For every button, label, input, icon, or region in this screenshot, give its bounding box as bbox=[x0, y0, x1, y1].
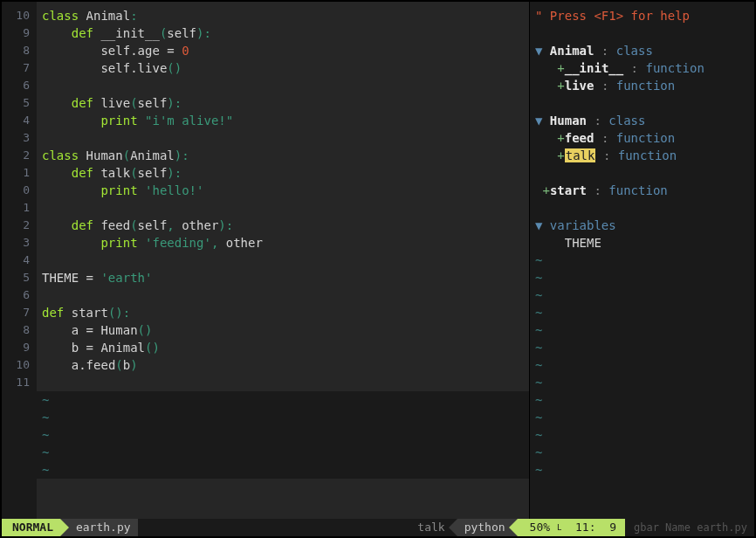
code-line[interactable]: def talk(self): bbox=[37, 164, 529, 182]
code-line[interactable]: def live(self): bbox=[37, 94, 529, 112]
fn-start[interactable]: +start : function bbox=[530, 182, 754, 199]
mode-indicator: NORMAL bbox=[2, 519, 60, 536]
empty-line-tilde: ~ bbox=[37, 426, 529, 444]
line-number: 7 bbox=[2, 304, 37, 321]
code-line[interactable] bbox=[37, 374, 529, 391]
filename-segment: earth.py bbox=[60, 519, 138, 536]
code-line[interactable] bbox=[37, 252, 529, 269]
code-line[interactable]: print 'hello!' bbox=[37, 182, 529, 199]
code-line[interactable]: self.live() bbox=[37, 59, 529, 77]
code-line[interactable]: b = Animal() bbox=[37, 339, 529, 356]
tag-segment: talk bbox=[138, 519, 457, 536]
code-line[interactable] bbox=[37, 77, 529, 94]
line-number: 1 bbox=[2, 199, 37, 217]
fn-animal-live[interactable]: +live : function bbox=[530, 77, 754, 94]
code-line[interactable]: print 'feeding', other bbox=[37, 234, 529, 252]
line-number: 6 bbox=[2, 286, 37, 304]
code-line[interactable] bbox=[37, 286, 529, 304]
line-number: 0 bbox=[2, 182, 37, 199]
help-hint: " Press <F1> for help bbox=[530, 7, 754, 24]
line-number: 8 bbox=[2, 42, 37, 59]
empty-line-tilde: ~ bbox=[37, 444, 529, 461]
code-line[interactable]: self.age = 0 bbox=[37, 42, 529, 59]
code-line[interactable] bbox=[37, 129, 529, 147]
variables-header[interactable]: ▼ variables bbox=[530, 217, 754, 234]
class-human[interactable]: ▼ Human : class bbox=[530, 112, 754, 129]
code-line[interactable]: a = Human() bbox=[37, 321, 529, 339]
class-animal[interactable]: ▼ Animal : class bbox=[530, 42, 754, 59]
statusline: NORMAL earth.py talk python 50% L 11: 9 … bbox=[2, 519, 754, 536]
position-segment: 50% L 11: 9 bbox=[518, 519, 625, 536]
code-line[interactable]: def feed(self, other): bbox=[37, 217, 529, 234]
code-line[interactable]: class Human(Animal): bbox=[37, 147, 529, 164]
line-number: 8 bbox=[2, 321, 37, 339]
line-number: 10 bbox=[2, 356, 37, 374]
main-container: 1098765432101234567891011 class Animal: … bbox=[2, 2, 754, 519]
line-number: 1 bbox=[2, 164, 37, 182]
line-number: 9 bbox=[2, 24, 37, 42]
var-theme[interactable]: THEME bbox=[530, 234, 754, 252]
line-number: 6 bbox=[2, 77, 37, 94]
line-number: 7 bbox=[2, 59, 37, 77]
line-number: 4 bbox=[2, 112, 37, 129]
tagbar-sidebar[interactable]: " Press <F1> for help ▼ Animal : class +… bbox=[529, 2, 754, 519]
line-number-gutter: 1098765432101234567891011 bbox=[2, 2, 37, 519]
fn-animal-init[interactable]: +__init__ : function bbox=[530, 59, 754, 77]
fn-human-feed[interactable]: +feed : function bbox=[530, 129, 754, 147]
empty-line-tilde: ~ bbox=[37, 409, 529, 426]
line-number: 4 bbox=[2, 252, 37, 269]
code-line[interactable]: def __init__(self): bbox=[37, 24, 529, 42]
code-area[interactable]: class Animal: def __init__(self): self.a… bbox=[37, 2, 529, 519]
code-line[interactable]: def start(): bbox=[37, 304, 529, 321]
line-number: 5 bbox=[2, 94, 37, 112]
empty-line-tilde: ~ bbox=[37, 391, 529, 409]
inactive-status: gbar Name earth.py bbox=[625, 519, 754, 536]
code-line[interactable]: THEME = 'earth' bbox=[37, 269, 529, 286]
line-number: 3 bbox=[2, 234, 37, 252]
line-number: 9 bbox=[2, 339, 37, 356]
line-number: 11 bbox=[2, 374, 37, 391]
empty-line-tilde: ~ bbox=[37, 461, 529, 479]
line-number: 2 bbox=[2, 147, 37, 164]
code-line[interactable] bbox=[37, 199, 529, 217]
editor-pane[interactable]: 1098765432101234567891011 class Animal: … bbox=[2, 2, 529, 519]
fn-human-talk[interactable]: +talk : function bbox=[530, 147, 754, 164]
line-number: 10 bbox=[2, 7, 37, 24]
code-line[interactable]: a.feed(b) bbox=[37, 356, 529, 374]
line-number: 3 bbox=[2, 129, 37, 147]
code-line[interactable]: print "i'm alive!" bbox=[37, 112, 529, 129]
line-number: 2 bbox=[2, 217, 37, 234]
code-line[interactable]: class Animal: bbox=[37, 7, 529, 24]
line-number: 5 bbox=[2, 269, 37, 286]
